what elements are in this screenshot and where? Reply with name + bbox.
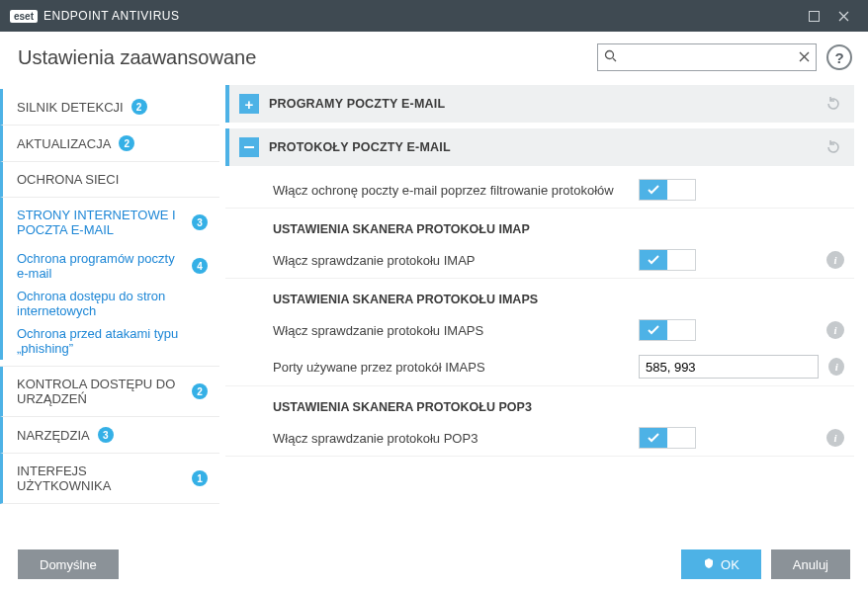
button-label: OK <box>721 557 739 572</box>
clear-search-icon[interactable] <box>799 50 810 65</box>
window-title: ENDPOINT ANTIVIRUS <box>43 9 179 23</box>
page-title: Ustawienia zaawansowane <box>18 46 587 69</box>
search-input[interactable] <box>623 50 793 65</box>
sidebar-item-ui[interactable]: INTERFEJS UŻYTKOWNIKA 1 <box>0 454 219 504</box>
toggle-enable-pop3[interactable] <box>639 427 696 449</box>
subheading-imap: USTAWIENIA SKANERA PROTOKOŁU IMAP <box>225 209 854 242</box>
expand-icon[interactable]: + <box>239 94 259 114</box>
sidebar-item-network-protection[interactable]: OCHRONA SIECI <box>0 162 219 198</box>
sidebar-badge: 1 <box>192 470 208 486</box>
info-icon[interactable]: i <box>826 251 844 269</box>
search-box[interactable] <box>597 43 817 71</box>
sidebar-item-detection-engine[interactable]: SILNIK DETEKCJI 2 <box>0 89 219 126</box>
svg-rect-0 <box>809 11 819 21</box>
brand: eset ENDPOINT ANTIVIRUS <box>10 9 179 23</box>
toggle-enable-email-protection[interactable] <box>639 179 696 201</box>
sidebar-item-email-client-protection[interactable]: Ochrona programów poczty e-mail 4 <box>0 247 219 285</box>
svg-point-1 <box>606 51 614 59</box>
sidebar-badge: 3 <box>98 427 114 443</box>
row-enable-imap: Włącz sprawdzanie protokołu IMAP i <box>225 242 854 279</box>
sidebar-item-update[interactable]: AKTUALIZACJA 2 <box>0 126 219 162</box>
panel-email-protocols: Włącz ochronę poczty e-mail poprzez filt… <box>225 172 854 464</box>
info-icon[interactable]: i <box>826 429 844 447</box>
subheading-pop3: USTAWIENIA SKANERA PROTOKOŁU POP3 <box>225 386 854 420</box>
info-icon[interactable]: i <box>828 358 844 376</box>
cancel-button[interactable]: Anuluj <box>771 549 850 579</box>
setting-label: Włącz sprawdzanie protokołu IMAPS <box>273 323 629 338</box>
row-enable-email-protection: Włącz ochronę poczty e-mail poprzez filt… <box>225 172 854 209</box>
check-icon <box>640 428 667 448</box>
toggle-enable-imaps[interactable] <box>639 319 696 341</box>
sidebar-item-label: SILNIK DETEKCJI <box>17 100 124 115</box>
sidebar-item-label: NARZĘDZIA <box>17 428 90 443</box>
section-email-protocols[interactable]: PROTOKOŁY POCZTY E-MAIL <box>225 128 854 166</box>
ok-button[interactable]: OK <box>681 549 761 579</box>
header: Ustawienia zaawansowane ? <box>0 32 868 85</box>
button-label: Anuluj <box>793 557 828 572</box>
sidebar-item-label: STRONY INTERNETOWE I POCZTA E-MAIL <box>17 208 184 237</box>
setting-label: Włącz sprawdzanie protokołu IMAP <box>273 253 629 268</box>
setting-label: Włącz ochronę poczty e-mail poprzez filt… <box>273 183 629 198</box>
section-title: PROGRAMY POCZTY E-MAIL <box>269 97 445 111</box>
search-icon <box>604 49 617 65</box>
toggle-enable-imap[interactable] <box>639 249 696 271</box>
title-bar: eset ENDPOINT ANTIVIRUS <box>0 0 868 32</box>
shield-ok-icon <box>703 557 715 572</box>
setting-label: Włącz sprawdzanie protokołu POP3 <box>273 431 629 446</box>
check-icon <box>640 180 667 200</box>
sidebar-item-web-email[interactable]: STRONY INTERNETOWE I POCZTA E-MAIL 3 <box>0 198 219 247</box>
check-icon <box>640 250 667 270</box>
sidebar-item-label: AKTUALIZACJA <box>17 136 111 151</box>
sidebar-badge: 2 <box>131 99 147 115</box>
sidebar-item-label: Ochrona przed atakami typu „phishing” <box>17 326 208 356</box>
sidebar-item-tools[interactable]: NARZĘDZIA 3 <box>0 417 219 454</box>
setting-label: Porty używane przez protokół IMAPS <box>273 360 629 375</box>
sidebar-item-antiphishing[interactable]: Ochrona przed atakami typu „phishing” <box>0 322 219 360</box>
info-icon[interactable]: i <box>826 321 844 339</box>
row-enable-imaps: Włącz sprawdzanie protokołu IMAPS i <box>225 312 854 348</box>
svg-rect-2 <box>244 146 254 148</box>
section-email-programs[interactable]: + PROGRAMY POCZTY E-MAIL <box>225 85 854 123</box>
footer: Domyślne OK Anuluj <box>0 538 868 591</box>
sidebar-item-device-control[interactable]: KONTROLA DOSTĘPU DO URZĄDZEŃ 2 <box>0 367 219 417</box>
section-title: PROTOKOŁY POCZTY E-MAIL <box>269 140 451 154</box>
sidebar-badge: 4 <box>192 258 208 274</box>
sidebar-badge: 3 <box>192 214 208 230</box>
reset-icon[interactable] <box>823 93 844 115</box>
check-icon <box>640 320 667 340</box>
sidebar-item-label: INTERFEJS UŻYTKOWNIKA <box>17 464 184 493</box>
sidebar-item-web-access-protection[interactable]: Ochrona dostępu do stron internetowych <box>0 285 219 322</box>
sidebar-item-label: OCHRONA SIECI <box>17 172 119 187</box>
row-imaps-ports: Porty używane przez protokół IMAPS i <box>225 348 854 386</box>
button-label: Domyślne <box>40 557 97 572</box>
help-icon[interactable]: ? <box>826 44 852 70</box>
sidebar-item-label: Ochrona programów poczty e-mail <box>17 251 184 281</box>
window-close-icon[interactable] <box>828 11 858 22</box>
main-content: + PROGRAMY POCZTY E-MAIL PROTOKOŁY POCZT… <box>219 85 868 534</box>
collapse-icon[interactable] <box>239 137 259 157</box>
sidebar: SILNIK DETEKCJI 2 AKTUALIZACJA 2 OCHRONA… <box>0 85 219 534</box>
default-button[interactable]: Domyślne <box>18 549 119 579</box>
sidebar-item-label: Ochrona dostępu do stron internetowych <box>17 289 208 318</box>
imaps-ports-input[interactable] <box>639 355 819 379</box>
row-enable-pop3: Włącz sprawdzanie protokołu POP3 i <box>225 420 854 457</box>
brand-logo: eset <box>10 10 38 23</box>
sidebar-badge: 2 <box>119 135 134 151</box>
window-maximize-icon[interactable] <box>799 11 828 22</box>
subheading-imaps: USTAWIENIA SKANERA PROTOKOŁU IMAPS <box>225 279 854 312</box>
sidebar-badge: 2 <box>192 383 208 399</box>
reset-icon[interactable] <box>823 136 844 158</box>
sidebar-item-label: KONTROLA DOSTĘPU DO URZĄDZEŃ <box>17 377 184 406</box>
